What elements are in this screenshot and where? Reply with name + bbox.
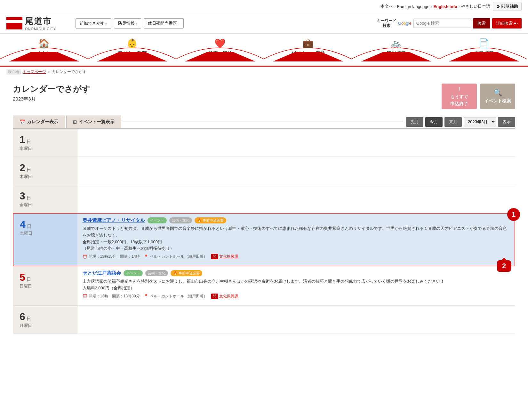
day-content-5 — [77, 305, 515, 334]
clock-icon: ⏰ — [83, 294, 87, 298]
easy-japanese-link[interactable]: やさしい日本語 — [461, 4, 490, 9]
cat-label-0: くらし — [37, 51, 51, 57]
day-weekday: 日曜日 — [20, 284, 32, 288]
nav-buttons: 組織でさがす › 防災情報 › 休日夜間当番医 › — [76, 18, 184, 28]
cat-label-1: 子ども・教育 — [118, 51, 147, 57]
logo-text: 尾道市 ONOMICHI CITY — [25, 16, 56, 31]
day-content-3: 奥井紫麻ピアノ・リサイタル イベント 芸術・文化 🔥 事前申込必要 ８歳でオーケ… — [77, 213, 515, 266]
breadcrumb-top-link[interactable]: トップページ — [23, 69, 46, 75]
next-month-button[interactable]: 来月 — [444, 117, 462, 127]
exclaim-icon: ! — [458, 86, 460, 93]
event-title-row: 奥井紫麻ピアノ・リサイタル イベント 芸術・文化 🔥 事前申込必要 — [83, 217, 510, 223]
badge-1: 1 — [507, 208, 520, 221]
day-number: 2 — [20, 162, 25, 174]
category-nav: 🏠 くらし👶 子ども・教育❤️ 健康・福祉💼 ビジネス・産業🚲 観光情報📄 市政… — [0, 34, 528, 67]
logo-area[interactable]: 尾道市 ONOMICHI CITY — [6, 16, 70, 31]
soon-close-button[interactable]: ! もうすぐ 申込終了 — [442, 84, 477, 109]
tab-calendar-label: カレンダー表示 — [27, 119, 58, 125]
main-text-link[interactable]: 本文へ — [380, 4, 393, 9]
event-search-button[interactable]: 🔍 イベント検索 — [480, 84, 515, 109]
day-content-1 — [77, 157, 515, 185]
day-header-5: 6 日 月曜日 — [13, 305, 77, 334]
day-number: 4 — [20, 219, 26, 230]
access-button[interactable]: ⚙ 閲覧補助 — [493, 2, 522, 11]
page-header-row: カレンダーでさがす 2023年3月 ! もうすぐ 申込終了 🔍 イベント検索 — [13, 84, 515, 109]
day-header-2: 3 日 金曜日 — [13, 185, 77, 214]
event-title-row: せとだ江戸落語会 イベント 芸術・文化 🔥 事前申込必要 — [83, 270, 510, 276]
tab-calendar[interactable]: 📅 カレンダー表示 — [13, 116, 65, 128]
event-time-open: ⏰ 開場：13時15分 — [83, 254, 116, 259]
arrow-icon2: › — [136, 21, 137, 25]
calendar-controls: 先月 今月 来月 2023年3月 表示 — [406, 117, 515, 127]
category-item-0[interactable]: 🏠 くらし — [0, 34, 88, 61]
day-header-0: 1 日 水曜日 — [13, 129, 77, 157]
tab-list[interactable]: ⊞ イベント一覧表示 — [66, 116, 121, 128]
location-icon: 📍 — [144, 254, 148, 259]
event-title-link[interactable]: 奥井紫麻ピアノ・リサイタル — [83, 217, 145, 223]
category-items: 🏠 くらし👶 子ども・教育❤️ 健康・福祉💼 ビジネス・産業🚲 観光情報📄 市政… — [0, 34, 528, 66]
event-title-link[interactable]: せとだ江戸落語会 — [83, 270, 121, 276]
cat-label-5: 市政情報 — [475, 51, 494, 57]
category-item-5[interactable]: 📄 市政情報 — [440, 34, 528, 61]
calendar-day-row: 2 日 木曜日 — [13, 157, 515, 185]
search-button[interactable]: 検索 — [473, 18, 490, 28]
day-unit: 日 — [27, 224, 31, 229]
category-item-1[interactable]: 👶 子ども・教育 — [88, 34, 176, 61]
event-item: 奥井紫麻ピアノ・リサイタル イベント 芸術・文化 🔥 事前申込必要 ８歳でオーケ… — [83, 217, 510, 259]
calendar-icon: 📅 — [20, 119, 25, 125]
day-weekday: 木曜日 — [20, 174, 32, 179]
detail-search-label: 詳細検索 — [496, 20, 513, 26]
event-search-label: イベント検索 — [484, 98, 511, 104]
tab-list-label: イベント一覧表示 — [79, 119, 115, 125]
category-item-4[interactable]: 🚲 観光情報 — [352, 34, 440, 61]
day-header-3: 4 日 土曜日 — [13, 213, 77, 266]
event-tag-culture: 芸術・文化 — [145, 270, 168, 276]
breadcrumb-current-label: 現在地 — [6, 69, 21, 75]
foreign-language-link[interactable]: Foreign language — [397, 4, 429, 9]
nav-holiday-label: 休日夜間当番医 — [148, 20, 177, 26]
page-title: カレンダーでさがす — [13, 84, 90, 95]
detail-search-button[interactable]: 詳細検索 ●› — [492, 18, 522, 28]
calendar-day-row: 4 日 土曜日 奥井紫麻ピアノ・リサイタル イベント 芸術・文化 🔥 事前申込必… — [13, 213, 515, 266]
event-time-open: ⏰ 開場：13時 — [83, 294, 108, 299]
nav-disaster-button[interactable]: 防災情報 › — [114, 18, 141, 28]
nav-holiday-button[interactable]: 休日夜間当番医 › — [144, 18, 184, 28]
page-subtitle: 2023年3月 — [13, 96, 90, 102]
day-unit: 日 — [27, 167, 31, 172]
day-number: 1 — [20, 134, 25, 145]
search-area: キーワード 検索 Google 検索 詳細検索 ●› — [377, 18, 522, 28]
cat-label-3: ビジネス・産業 — [291, 51, 325, 57]
event-meta: ⏰ 開場：13時 開演：13時30分 📍 ベル・カントホール（瀬戸田町） 問 文… — [83, 294, 510, 299]
keyword-label: キーワード 検索 — [377, 19, 396, 28]
calendar-day-row: 3 日 金曜日 — [13, 185, 515, 214]
current-month-button[interactable]: 今月 — [425, 117, 443, 127]
circle-arrow-icon: ●› — [514, 21, 518, 26]
event-desc: 上方落語家の笑福亭鶴光さんを特別ゲストにお迎えし、福山市出身の立川幸朝さんほかの… — [83, 278, 510, 292]
category-item-2[interactable]: ❤️ 健康・福祉 — [176, 34, 264, 61]
day-weekday: 金曜日 — [20, 202, 32, 207]
logo-jp: 尾道市 — [25, 16, 56, 27]
nav-org-button[interactable]: 組織でさがす › — [76, 18, 111, 28]
main-header: 尾道市 ONOMICHI CITY 組織でさがす › 防災情報 › 休日夜間当番… — [0, 13, 528, 34]
top-bar: 本文へ › Foreign language › English info › … — [0, 0, 528, 13]
category-item-3[interactable]: 💼 ビジネス・産業 — [264, 34, 352, 61]
dept-link[interactable]: 文化振興課 — [219, 254, 238, 259]
prev-month-button[interactable]: 先月 — [406, 117, 423, 127]
header-buttons: ! もうすぐ 申込終了 🔍 イベント検索 — [442, 84, 515, 109]
display-button[interactable]: 表示 — [498, 117, 515, 127]
day-header-4: 5 日 日曜日 — [13, 266, 77, 305]
event-location: 📍 ベル・カントホール（瀬戸田町） — [144, 254, 207, 259]
english-info-link[interactable]: English info — [433, 4, 457, 9]
event-tag-event: イベント — [148, 217, 167, 223]
day-number: 6 — [20, 311, 25, 322]
calendar-day-row: 1 日 水曜日 — [13, 129, 515, 157]
day-weekday: 水曜日 — [20, 146, 32, 151]
search-input[interactable] — [413, 19, 471, 28]
soon-close-line1: もうすぐ — [450, 94, 468, 100]
logo-en: ONOMICHI CITY — [25, 27, 56, 31]
dept-link[interactable]: 文化振興課 — [219, 294, 238, 299]
cat-label-2: 健康・福祉 — [208, 51, 232, 57]
cat-icon-5: 📄 — [478, 38, 490, 49]
sep1: › — [394, 4, 396, 9]
month-select[interactable]: 2023年3月 — [464, 117, 496, 126]
